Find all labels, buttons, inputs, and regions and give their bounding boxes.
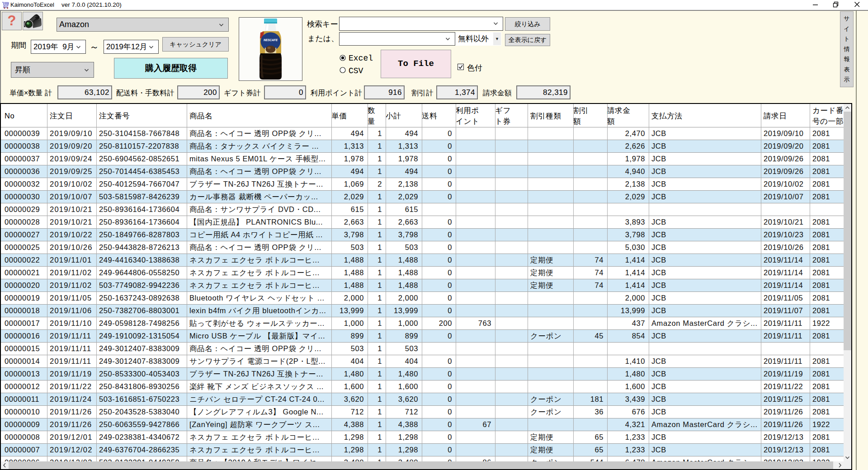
svg-text:NESCAFE: NESCAFE xyxy=(264,38,278,42)
